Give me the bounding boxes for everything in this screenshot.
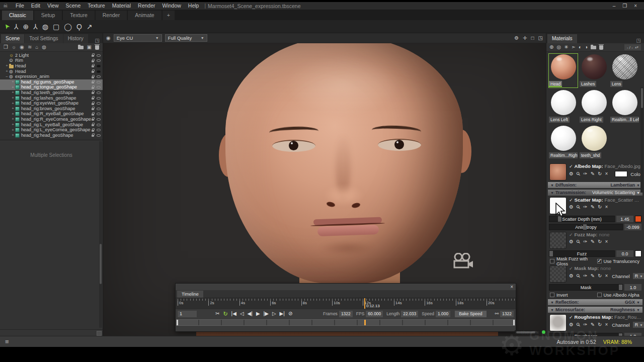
- capture-icon[interactable]: ⊘: [288, 311, 292, 316]
- tree-item[interactable]: + head_rig:L_eyeBall_geoShape: [0, 122, 103, 128]
- add-camera-icon[interactable]: ◉: [20, 45, 24, 50]
- new-material-icon[interactable]: ⊕: [549, 45, 553, 50]
- library-icon[interactable]: ◑: [585, 45, 588, 50]
- anisotropy-slider[interactable]: Anisotropy: [549, 224, 623, 230]
- anisotropy-value[interactable]: -0.099: [624, 224, 641, 230]
- lock-icon[interactable]: [92, 119, 94, 121]
- workspace-tab[interactable]: Setup: [34, 11, 62, 20]
- fuzz-map-thumbnail[interactable]: [549, 232, 567, 249]
- visibility-icon[interactable]: [97, 124, 101, 126]
- expand-toggle[interactable]: +: [11, 133, 15, 137]
- settings-icon[interactable]: ⚙: [569, 171, 574, 176]
- microsurface-model-select[interactable]: Roughness: [610, 307, 635, 312]
- picker-icon[interactable]: ✑: [583, 205, 587, 210]
- reload-icon[interactable]: ↻: [598, 205, 602, 210]
- lock-icon[interactable]: [92, 65, 94, 67]
- visibility-icon[interactable]: [97, 86, 101, 88]
- viewport[interactable]: ◉ Eye CU▼ Full Quality▼ ⚙✛□◳ × T: [103, 33, 546, 336]
- lock-icon[interactable]: [92, 60, 94, 62]
- popout-panel-icon[interactable]: ◳: [93, 38, 102, 43]
- step-forward-icon[interactable]: |▶: [264, 311, 269, 316]
- picker-icon[interactable]: ✑: [583, 322, 587, 327]
- picker-icon[interactable]: ✑: [583, 171, 587, 176]
- mask-fuzz-with-gloss-checkbox[interactable]: Mask Fuzz with Gloss: [550, 256, 597, 266]
- lock-icon[interactable]: [92, 114, 94, 116]
- workspace-tab[interactable]: Render: [96, 11, 127, 20]
- lock-icon[interactable]: [92, 81, 94, 83]
- mask-slider[interactable]: Mask: [549, 284, 623, 291]
- material-item[interactable]: teeth_shd: [579, 125, 609, 159]
- visibility-icon[interactable]: [97, 70, 101, 73]
- edit-icon[interactable]: ✎: [591, 274, 595, 279]
- camera-select[interactable]: Eye CU▼: [114, 34, 162, 42]
- diffusion-model-select[interactable]: Lambertian: [611, 183, 635, 188]
- instance-material-icon[interactable]: ◎: [556, 45, 561, 50]
- expand-toggle[interactable]: +: [11, 107, 15, 111]
- expand-toggle[interactable]: +: [11, 96, 15, 100]
- expand-toggle[interactable]: +: [11, 85, 15, 89]
- reload-icon[interactable]: ↻: [598, 322, 602, 327]
- menu-item[interactable]: Edit: [28, 2, 44, 10]
- material-item[interactable]: Lens: [610, 53, 639, 88]
- material-counter[interactable]: - / -▴▾: [624, 44, 641, 50]
- search-icon[interactable]: ⚲: [576, 322, 582, 328]
- current-frame-field[interactable]: 1: [178, 311, 197, 317]
- visibility-icon[interactable]: [97, 134, 101, 137]
- duplicate-icon[interactable]: ▣: [87, 45, 92, 50]
- map-enabled-check[interactable]: ✓: [569, 315, 573, 320]
- fuzz-slider[interactable]: Fuzz: [549, 250, 615, 257]
- tree-item[interactable]: + head_rig:teeth_geoShape: [0, 90, 103, 96]
- popout-panel-icon[interactable]: ◳: [634, 38, 643, 43]
- tree-item[interactable]: Rim: [0, 58, 103, 64]
- menu-item[interactable]: Material: [109, 2, 134, 10]
- menu-item[interactable]: View: [44, 2, 62, 10]
- delete-icon[interactable]: [95, 45, 99, 50]
- length-field[interactable]: 22.033: [401, 311, 418, 317]
- menu-item[interactable]: Window: [159, 2, 185, 10]
- menu-item[interactable]: Texture: [84, 2, 108, 10]
- settings-icon[interactable]: ⚙: [569, 205, 574, 210]
- tab-history[interactable]: History: [63, 34, 88, 43]
- use-albedo-alpha-checkbox[interactable]: Use Albedo Alpha: [597, 293, 640, 298]
- lasso-select-icon[interactable]: Ϙ: [76, 23, 82, 30]
- assign-material-icon[interactable]: ➣: [572, 45, 576, 50]
- picker-icon[interactable]: ✑: [583, 274, 587, 279]
- panel-scrollbar[interactable]: [99, 141, 102, 328]
- timeline-range-bar[interactable]: [176, 319, 515, 326]
- add-object-icon[interactable]: ❒: [4, 45, 8, 50]
- roughness-value[interactable]: 1.0: [624, 333, 641, 336]
- tree-item[interactable]: 2 Light: [0, 53, 103, 58]
- expand-toggle[interactable]: +: [11, 90, 15, 95]
- mask-map-thumbnail[interactable]: [549, 265, 567, 283]
- tree-item[interactable]: + head_rig:head_geoShape: [0, 133, 103, 138]
- fuzz-value[interactable]: 0.0: [616, 250, 633, 257]
- materials-scrollbar[interactable]: [640, 87, 643, 193]
- visibility-icon[interactable]: [97, 97, 101, 100]
- lock-icon[interactable]: [92, 103, 94, 105]
- go-start-icon[interactable]: |◀: [231, 311, 236, 316]
- roughness-slider[interactable]: Roughness: [549, 333, 623, 336]
- workspace-tab[interactable]: +: [163, 11, 175, 20]
- search-icon[interactable]: ⚲: [576, 204, 582, 210]
- albedo-color-swatch[interactable]: [615, 171, 627, 177]
- material-item[interactable]: Realtim...Right: [548, 125, 578, 159]
- lock-icon[interactable]: [92, 124, 94, 126]
- menu-item[interactable]: Scene: [62, 2, 84, 10]
- scatter-depth-slider[interactable]: Scatter Depth (mm): [549, 216, 615, 222]
- edit-icon[interactable]: ✎: [591, 205, 595, 210]
- visibility-icon[interactable]: [97, 59, 101, 62]
- render-settings-icon[interactable]: ⚙: [514, 35, 519, 41]
- workspace-tab[interactable]: Classic: [2, 11, 33, 20]
- visibility-icon[interactable]: [97, 129, 101, 131]
- loop-icon[interactable]: ↻: [223, 311, 227, 317]
- expand-toggle[interactable]: −: [5, 75, 9, 79]
- tree-item[interactable]: + head_rig:brows_geoShape: [0, 106, 103, 112]
- visibility-icon[interactable]: [97, 75, 101, 78]
- timeline-ruler[interactable]: 0s2s4s6s8s10s12s14s16s18s20s 0:12.13: [176, 298, 516, 309]
- visibility-icon[interactable]: [97, 92, 101, 94]
- pivot-tool-icon[interactable]: ◍: [42, 23, 48, 30]
- lock-icon[interactable]: [92, 71, 94, 73]
- expand-toggle[interactable]: +: [11, 112, 15, 116]
- visibility-icon[interactable]: [97, 54, 101, 57]
- material-item[interactable]: Lashes: [579, 53, 609, 88]
